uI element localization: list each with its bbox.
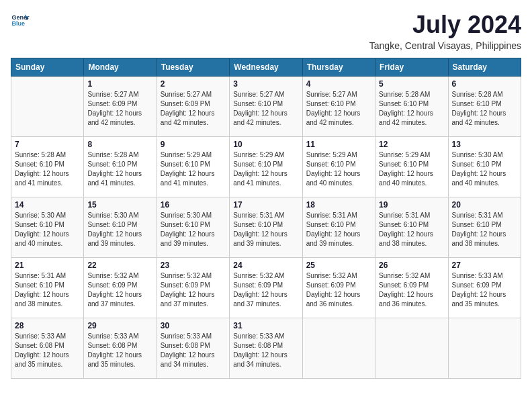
logo-icon: General Blue [11, 11, 30, 30]
calendar-cell: 25Sunrise: 5:32 AMSunset: 6:09 PMDayligh… [302, 258, 375, 318]
day-number: 27 [452, 261, 517, 270]
day-number: 23 [161, 261, 226, 270]
day-number: 13 [452, 140, 517, 149]
day-number: 30 [161, 321, 226, 330]
day-info: Sunrise: 5:28 AMSunset: 6:10 PMDaylight:… [15, 150, 80, 188]
calendar-cell: 31Sunrise: 5:33 AMSunset: 6:08 PMDayligh… [230, 318, 302, 379]
day-info: Sunrise: 5:28 AMSunset: 6:10 PMDaylight:… [87, 150, 152, 188]
week-row-2: 7Sunrise: 5:28 AMSunset: 6:10 PMDaylight… [11, 137, 521, 197]
day-info: Sunrise: 5:31 AMSunset: 6:10 PMDaylight:… [15, 271, 80, 309]
weekday-header-thursday: Thursday [302, 58, 375, 77]
calendar-title: July 2024 [369, 11, 521, 39]
calendar-cell: 29Sunrise: 5:33 AMSunset: 6:08 PMDayligh… [84, 318, 157, 379]
day-number: 17 [233, 200, 298, 210]
weekday-header-friday: Friday [375, 58, 448, 77]
calendar-cell: 24Sunrise: 5:32 AMSunset: 6:09 PMDayligh… [230, 258, 302, 318]
day-number: 18 [306, 200, 371, 210]
day-number: 29 [87, 321, 152, 330]
calendar-cell: 30Sunrise: 5:33 AMSunset: 6:08 PMDayligh… [157, 318, 229, 379]
day-info: Sunrise: 5:30 AMSunset: 6:10 PMDaylight:… [15, 211, 80, 248]
day-number: 14 [15, 200, 80, 210]
day-info: Sunrise: 5:30 AMSunset: 6:10 PMDaylight:… [452, 150, 517, 188]
day-info: Sunrise: 5:30 AMSunset: 6:10 PMDaylight:… [161, 211, 226, 248]
calendar-cell: 22Sunrise: 5:32 AMSunset: 6:09 PMDayligh… [84, 258, 157, 318]
week-row-1: 1Sunrise: 5:27 AMSunset: 6:09 PMDaylight… [11, 77, 521, 137]
day-number: 3 [233, 79, 298, 89]
calendar-cell [11, 77, 84, 137]
day-info: Sunrise: 5:33 AMSunset: 6:08 PMDaylight:… [161, 332, 226, 369]
week-row-5: 28Sunrise: 5:33 AMSunset: 6:08 PMDayligh… [11, 318, 521, 379]
day-number: 4 [306, 79, 371, 89]
day-number: 19 [379, 200, 444, 210]
day-info: Sunrise: 5:32 AMSunset: 6:09 PMDaylight:… [87, 271, 152, 309]
calendar-cell: 16Sunrise: 5:30 AMSunset: 6:10 PMDayligh… [157, 197, 229, 258]
weekday-header-wednesday: Wednesday [230, 58, 302, 77]
calendar-cell: 8Sunrise: 5:28 AMSunset: 6:10 PMDaylight… [84, 137, 157, 197]
calendar-cell: 4Sunrise: 5:27 AMSunset: 6:10 PMDaylight… [302, 77, 375, 137]
calendar-cell: 11Sunrise: 5:29 AMSunset: 6:10 PMDayligh… [302, 137, 375, 197]
svg-text:Blue: Blue [11, 20, 25, 27]
calendar-cell: 21Sunrise: 5:31 AMSunset: 6:10 PMDayligh… [11, 258, 84, 318]
calendar-cell: 12Sunrise: 5:29 AMSunset: 6:10 PMDayligh… [375, 137, 448, 197]
weekday-header-sunday: Sunday [11, 58, 84, 77]
title-area: July 2024 Tangke, Central Visayas, Phili… [369, 11, 521, 51]
calendar-cell: 10Sunrise: 5:29 AMSunset: 6:10 PMDayligh… [230, 137, 302, 197]
day-info: Sunrise: 5:33 AMSunset: 6:08 PMDaylight:… [233, 332, 298, 369]
day-number: 7 [15, 140, 80, 149]
calendar-cell [302, 318, 375, 379]
day-info: Sunrise: 5:29 AMSunset: 6:10 PMDaylight:… [306, 150, 371, 188]
day-info: Sunrise: 5:32 AMSunset: 6:09 PMDaylight:… [379, 271, 444, 309]
day-info: Sunrise: 5:33 AMSunset: 6:08 PMDaylight:… [87, 332, 152, 369]
calendar-subtitle: Tangke, Central Visayas, Philippines [369, 40, 521, 51]
calendar-cell: 23Sunrise: 5:32 AMSunset: 6:09 PMDayligh… [157, 258, 229, 318]
day-info: Sunrise: 5:32 AMSunset: 6:09 PMDaylight:… [161, 271, 226, 309]
logo: General Blue [11, 11, 30, 30]
day-number: 8 [87, 140, 152, 149]
week-row-3: 14Sunrise: 5:30 AMSunset: 6:10 PMDayligh… [11, 197, 521, 258]
day-number: 22 [87, 261, 152, 270]
day-number: 28 [15, 321, 80, 330]
day-info: Sunrise: 5:33 AMSunset: 6:08 PMDaylight:… [15, 332, 80, 369]
day-info: Sunrise: 5:31 AMSunset: 6:10 PMDaylight:… [452, 211, 517, 248]
calendar-cell: 5Sunrise: 5:28 AMSunset: 6:10 PMDaylight… [375, 77, 448, 137]
day-info: Sunrise: 5:32 AMSunset: 6:09 PMDaylight:… [233, 271, 298, 309]
calendar-cell: 20Sunrise: 5:31 AMSunset: 6:10 PMDayligh… [448, 197, 521, 258]
day-number: 24 [233, 261, 298, 270]
day-info: Sunrise: 5:31 AMSunset: 6:10 PMDaylight:… [233, 211, 298, 248]
day-number: 26 [379, 261, 444, 270]
day-info: Sunrise: 5:29 AMSunset: 6:10 PMDaylight:… [379, 150, 444, 188]
day-info: Sunrise: 5:31 AMSunset: 6:10 PMDaylight:… [306, 211, 371, 248]
day-number: 21 [15, 261, 80, 270]
day-number: 31 [233, 321, 298, 330]
calendar-cell: 27Sunrise: 5:33 AMSunset: 6:09 PMDayligh… [448, 258, 521, 318]
weekday-header-saturday: Saturday [448, 58, 521, 77]
day-number: 9 [161, 140, 226, 149]
day-number: 5 [379, 79, 444, 89]
day-number: 15 [87, 200, 152, 210]
day-info: Sunrise: 5:27 AMSunset: 6:10 PMDaylight:… [306, 90, 371, 128]
day-info: Sunrise: 5:28 AMSunset: 6:10 PMDaylight:… [379, 90, 444, 128]
calendar-cell: 26Sunrise: 5:32 AMSunset: 6:09 PMDayligh… [375, 258, 448, 318]
weekday-header-monday: Monday [84, 58, 157, 77]
day-info: Sunrise: 5:30 AMSunset: 6:10 PMDaylight:… [87, 211, 152, 248]
calendar-cell [375, 318, 448, 379]
day-info: Sunrise: 5:29 AMSunset: 6:10 PMDaylight:… [161, 150, 226, 188]
calendar-table: SundayMondayTuesdayWednesdayThursdayFrid… [11, 58, 521, 379]
calendar-cell: 6Sunrise: 5:28 AMSunset: 6:10 PMDaylight… [448, 77, 521, 137]
day-number: 10 [233, 140, 298, 149]
day-info: Sunrise: 5:27 AMSunset: 6:09 PMDaylight:… [161, 90, 226, 128]
day-info: Sunrise: 5:32 AMSunset: 6:09 PMDaylight:… [306, 271, 371, 309]
day-number: 1 [87, 79, 152, 89]
day-info: Sunrise: 5:28 AMSunset: 6:10 PMDaylight:… [452, 90, 517, 128]
calendar-cell: 13Sunrise: 5:30 AMSunset: 6:10 PMDayligh… [448, 137, 521, 197]
calendar-cell: 14Sunrise: 5:30 AMSunset: 6:10 PMDayligh… [11, 197, 84, 258]
calendar-cell: 2Sunrise: 5:27 AMSunset: 6:09 PMDaylight… [157, 77, 229, 137]
calendar-cell: 18Sunrise: 5:31 AMSunset: 6:10 PMDayligh… [302, 197, 375, 258]
day-info: Sunrise: 5:31 AMSunset: 6:10 PMDaylight:… [379, 211, 444, 248]
day-number: 6 [452, 79, 517, 89]
day-number: 25 [306, 261, 371, 270]
day-info: Sunrise: 5:29 AMSunset: 6:10 PMDaylight:… [233, 150, 298, 188]
calendar-cell: 9Sunrise: 5:29 AMSunset: 6:10 PMDaylight… [157, 137, 229, 197]
calendar-cell: 19Sunrise: 5:31 AMSunset: 6:10 PMDayligh… [375, 197, 448, 258]
day-info: Sunrise: 5:33 AMSunset: 6:09 PMDaylight:… [452, 271, 517, 309]
